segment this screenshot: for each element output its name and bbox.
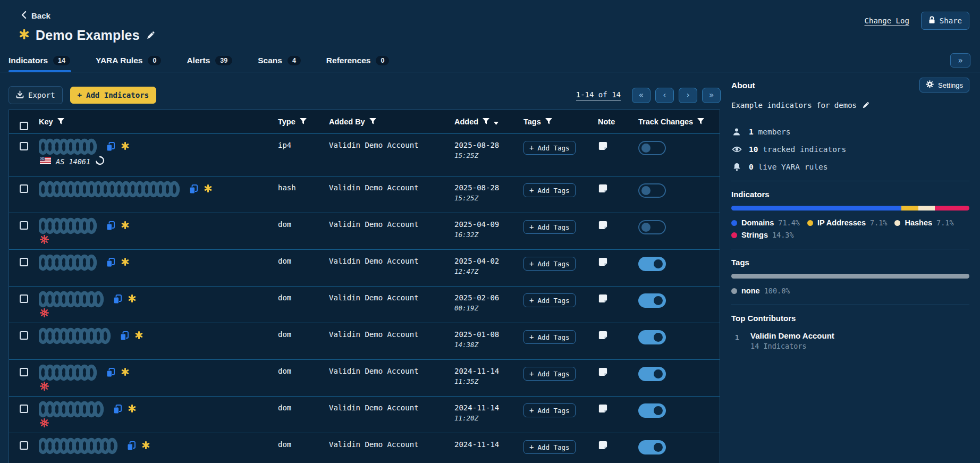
- checkbox[interactable]: [20, 122, 28, 130]
- table-body: AS 14061ip4Validin Demo Account2025-08-2…: [9, 133, 720, 463]
- project-asterisk-icon: [121, 368, 129, 377]
- filter-funnel-icon[interactable]: [483, 117, 489, 126]
- edit-description-pencil-icon[interactable]: [862, 102, 869, 109]
- add-tags-button[interactable]: +Add Tags: [523, 403, 576, 417]
- project-asterisk-icon: [19, 29, 29, 41]
- column-header-added-by[interactable]: Added By: [329, 117, 454, 126]
- column-header-key[interactable]: Key: [39, 117, 278, 126]
- next-page-button[interactable]: ›: [679, 88, 697, 103]
- copy-icon[interactable]: [113, 294, 122, 305]
- track-changes-toggle[interactable]: [638, 403, 666, 418]
- last-page-button[interactable]: »: [702, 88, 721, 103]
- edit-title-pencil-icon[interactable]: [146, 31, 155, 40]
- add-tags-button[interactable]: +Add Tags: [523, 440, 576, 454]
- tab-alerts[interactable]: Alerts39: [187, 56, 233, 72]
- contributor-name[interactable]: Validin Demo Account: [750, 331, 834, 340]
- add-tags-button[interactable]: +Add Tags: [523, 141, 576, 155]
- redacted-key-value[interactable]: [39, 327, 114, 344]
- filter-funnel-icon[interactable]: [545, 117, 552, 126]
- column-header-track-changes[interactable]: Track Changes: [638, 117, 720, 126]
- row-checkbox[interactable]: [20, 331, 28, 340]
- tab-yara-rules[interactable]: YARA Rules0: [96, 56, 162, 72]
- share-button[interactable]: Share: [921, 12, 969, 30]
- add-tags-button[interactable]: +Add Tags: [523, 183, 576, 197]
- settings-button[interactable]: Settings: [919, 78, 969, 92]
- redacted-key-value[interactable]: [39, 291, 107, 308]
- track-changes-toggle[interactable]: [638, 440, 666, 454]
- track-changes-toggle[interactable]: [638, 367, 666, 381]
- filter-funnel-icon[interactable]: [300, 117, 307, 126]
- row-checkbox[interactable]: [20, 294, 28, 303]
- add-tags-button[interactable]: +Add Tags: [523, 257, 576, 271]
- redacted-key-value[interactable]: [39, 181, 183, 198]
- copy-icon[interactable]: [189, 184, 198, 195]
- legend-dot: [731, 220, 737, 226]
- track-changes-toggle[interactable]: [638, 183, 666, 198]
- column-header-added[interactable]: Added: [454, 117, 523, 126]
- redacted-key-value[interactable]: [39, 364, 100, 381]
- first-page-button[interactable]: «: [632, 88, 650, 103]
- row-checkbox[interactable]: [20, 441, 28, 450]
- back-button[interactable]: Back: [21, 11, 50, 21]
- export-button[interactable]: Export: [9, 86, 63, 104]
- row-checkbox[interactable]: [20, 184, 28, 193]
- note-icon[interactable]: [598, 293, 608, 304]
- filter-funnel-icon[interactable]: [369, 117, 376, 126]
- collapse-panel-button[interactable]: »: [950, 53, 970, 68]
- column-header-tags[interactable]: Tags: [523, 117, 598, 126]
- type-cell: dom: [278, 360, 329, 375]
- type-cell: dom: [278, 250, 329, 265]
- note-icon[interactable]: [598, 257, 608, 267]
- note-icon[interactable]: [598, 330, 608, 340]
- tab-scans[interactable]: Scans4: [258, 56, 302, 72]
- column-header-note[interactable]: Note: [598, 117, 638, 126]
- copy-icon[interactable]: [106, 221, 115, 231]
- redacted-key-value[interactable]: [39, 401, 107, 418]
- tab-count-badge: 39: [215, 56, 232, 65]
- track-changes-cell: [638, 250, 720, 273]
- added-by-cell: Validin Demo Account: [329, 213, 454, 229]
- redacted-key-value[interactable]: [39, 217, 100, 234]
- note-icon[interactable]: [598, 367, 608, 377]
- track-changes-toggle[interactable]: [638, 220, 666, 234]
- redacted-key-value[interactable]: [39, 254, 100, 271]
- redacted-key-value[interactable]: [39, 138, 100, 155]
- row-checkbox[interactable]: [20, 142, 28, 150]
- row-checkbox[interactable]: [20, 368, 28, 376]
- redacted-key-value[interactable]: [39, 437, 121, 454]
- add-tags-button[interactable]: +Add Tags: [523, 293, 576, 307]
- copy-icon[interactable]: [113, 404, 122, 415]
- track-changes-toggle[interactable]: [638, 257, 666, 271]
- add-tags-button[interactable]: +Add Tags: [523, 220, 576, 234]
- note-icon[interactable]: [598, 141, 608, 151]
- add-indicators-button[interactable]: + Add Indicators: [70, 87, 156, 104]
- filter-funnel-icon[interactable]: [57, 117, 64, 126]
- add-tags-button[interactable]: +Add Tags: [523, 330, 576, 344]
- row-checkbox[interactable]: [20, 405, 28, 413]
- select-all-checkbox[interactable]: [9, 114, 39, 130]
- note-icon[interactable]: [598, 183, 608, 193]
- tab-references[interactable]: References0: [326, 56, 391, 72]
- key-cell: [39, 287, 278, 319]
- copy-icon[interactable]: [126, 441, 136, 451]
- note-icon[interactable]: [598, 403, 608, 414]
- row-checkbox[interactable]: [20, 258, 28, 266]
- filter-funnel-icon[interactable]: [697, 117, 704, 126]
- copy-icon[interactable]: [120, 331, 129, 341]
- copy-icon[interactable]: [106, 257, 115, 268]
- table-row: domValidin Demo Account2025-01-0814:38Z+…: [9, 323, 720, 359]
- row-checkbox[interactable]: [20, 221, 28, 230]
- add-tags-button[interactable]: +Add Tags: [523, 367, 576, 381]
- copy-icon[interactable]: [106, 141, 115, 152]
- change-log-link[interactable]: Change Log: [865, 16, 909, 25]
- track-changes-toggle[interactable]: [638, 330, 666, 344]
- track-changes-toggle[interactable]: [638, 141, 666, 155]
- prev-page-button[interactable]: ‹: [655, 88, 674, 103]
- copy-icon[interactable]: [106, 367, 115, 378]
- note-icon[interactable]: [598, 440, 608, 450]
- track-changes-toggle[interactable]: [638, 293, 666, 308]
- column-header-type[interactable]: Type: [278, 117, 329, 126]
- toggle-knob: [641, 186, 650, 195]
- note-icon[interactable]: [598, 220, 608, 230]
- tab-indicators[interactable]: Indicators14: [9, 56, 71, 72]
